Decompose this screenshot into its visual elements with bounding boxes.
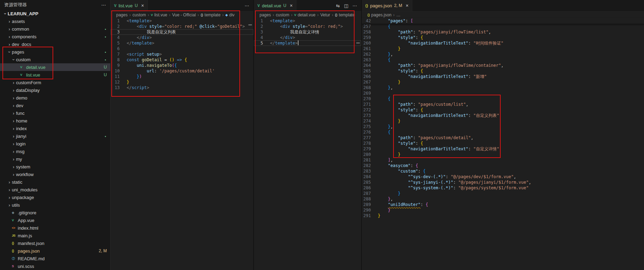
breadcrumb-item-div[interactable]: ◈div	[225, 13, 234, 17]
code-line-4[interactable]: 4 </div>	[254, 35, 361, 40]
line-number[interactable]: 9	[111, 63, 127, 68]
code-line-257[interactable]: 257 {	[362, 24, 644, 29]
explorer-folder-dev_docs[interactable]: ›dev_docs	[0, 40, 110, 48]
line-number[interactable]: 275	[362, 124, 378, 129]
explorer-folder-jianyi[interactable]: ›jianyi●	[0, 132, 110, 140]
code-line-267[interactable]: 267 }	[362, 79, 644, 85]
code-line-1[interactable]: 1<template>	[111, 18, 253, 24]
explorer-file-manifest.json[interactable]: {}manifest.json	[0, 239, 110, 247]
explorer-folder-unpackage[interactable]: ›unpackage	[0, 193, 110, 201]
code-line-2[interactable]: 2 <div style="color: red;">	[254, 24, 361, 29]
line-number[interactable]: 268	[362, 85, 378, 90]
explorer-folder-assets[interactable]: ›assets	[0, 17, 110, 25]
line-number[interactable]: 284	[362, 174, 378, 180]
breadcrumb-item-template[interactable]: {}template	[335, 13, 355, 17]
line-number[interactable]: 6	[111, 46, 127, 51]
open-changes-icon[interactable]: ⇆	[336, 3, 340, 8]
explorer-folder-msg[interactable]: ›msg	[0, 148, 110, 155]
tab-pages-json[interactable]: {} pages.json 2, M ×	[362, 0, 412, 11]
code-line-3[interactable]: 3 我是自定义列表	[111, 29, 253, 35]
line-number[interactable]: 3	[254, 29, 270, 35]
explorer-folder-pages[interactable]: ›pages●	[0, 48, 110, 56]
code-line-282[interactable]: 282 "easycom": {	[362, 163, 644, 168]
code-line-277[interactable]: 277 "path": "pages/custom/detail",	[362, 135, 644, 141]
breadcrumb-item-detail.vue[interactable]: Vdetail.vue	[294, 13, 315, 17]
line-number[interactable]: 263	[362, 57, 378, 63]
explorer-file-index.html[interactable]: <>index.html	[0, 224, 110, 232]
line-number[interactable]: 265	[362, 68, 378, 74]
code-editor-pages-json[interactable]: 42 "pages": [257 {258 "path": "pages/jia…	[362, 18, 644, 219]
explorer-folder-uni_modules[interactable]: ›uni_modules	[0, 186, 110, 193]
breadcrumb-item-list.vue[interactable]: Vlist.vue	[151, 13, 167, 17]
code-line-259[interactable]: 259 "style": {	[362, 35, 644, 40]
code-line-7[interactable]: 7<script setup>	[111, 51, 253, 57]
line-number[interactable]: 259	[362, 35, 378, 40]
breadcrumb-item-Vue-Official[interactable]: Vue - Official	[172, 13, 196, 17]
explorer-folder-workflow[interactable]: ›workflow	[0, 170, 110, 178]
code-line-271[interactable]: 271 "path": "pages/custom/list",	[362, 102, 644, 107]
line-number[interactable]: 261	[362, 46, 378, 51]
line-number[interactable]: 266	[362, 74, 378, 79]
code-line-287[interactable]: 287 }	[362, 191, 644, 196]
line-number[interactable]: 260	[362, 40, 378, 46]
explorer-folder-home[interactable]: ›home	[0, 117, 110, 125]
line-number[interactable]: 283	[362, 168, 378, 174]
line-number[interactable]: 7	[111, 51, 127, 57]
code-line-273[interactable]: 273 "navigationBarTitleText": "自定义列表"	[362, 113, 644, 118]
explorer-file-README.md[interactable]: ⓘREADME.md	[0, 255, 110, 262]
line-number[interactable]: 3	[111, 29, 127, 35]
code-line-11[interactable]: 11 })	[111, 74, 253, 79]
line-number[interactable]: 5	[254, 40, 270, 46]
breadcrumb-item-custom[interactable]: custom	[133, 13, 146, 17]
more-actions-icon[interactable]: ⋯	[352, 3, 357, 8]
line-number[interactable]: 279	[362, 146, 378, 152]
line-number[interactable]: 274	[362, 118, 378, 124]
line-number[interactable]: 278	[362, 141, 378, 146]
line-number[interactable]: 269	[362, 90, 378, 96]
code-line-284[interactable]: 284 "^sys-dev-(.*)": "@/pages/dev/$1/for…	[362, 174, 644, 180]
explorer-file-.gitignore[interactable]: ◆.gitignore	[0, 209, 110, 216]
line-number[interactable]: 288	[362, 196, 378, 202]
line-number[interactable]: 291	[362, 213, 378, 219]
code-line-289[interactable]: 289 "uniIdRouter": {	[362, 202, 644, 207]
line-number[interactable]: 4	[254, 35, 270, 40]
explorer-folder-dataDisplay[interactable]: ›dataDisplay	[0, 86, 110, 94]
explorer-folder-func[interactable]: ›func	[0, 109, 110, 117]
split-editor-icon[interactable]: ◫	[344, 3, 348, 8]
line-number[interactable]: 42	[362, 18, 378, 24]
code-line-275[interactable]: 275 },	[362, 124, 644, 129]
code-line-13[interactable]: 13</script>	[111, 85, 253, 90]
code-line-263[interactable]: 263 {	[362, 57, 644, 63]
code-line-1[interactable]: 1<template>	[254, 18, 361, 24]
line-number[interactable]: 262	[362, 51, 378, 57]
close-tab-icon[interactable]: ×	[141, 3, 144, 8]
line-number[interactable]: 11	[111, 74, 127, 79]
line-number[interactable]: 258	[362, 29, 378, 35]
explorer-folder-static[interactable]: ›static	[0, 178, 110, 186]
tab-list-vue[interactable]: V list.vue U ×	[111, 0, 148, 11]
more-actions-icon[interactable]: ⋯	[245, 3, 249, 8]
code-line-258[interactable]: 258 "path": "pages/jianyi/flowTime/list"…	[362, 29, 644, 35]
explorer-file-pages.json[interactable]: {}pages.json2, M	[0, 247, 110, 255]
sticky-scroll-line[interactable]: 42 "pages": [	[362, 18, 644, 24]
code-line-2[interactable]: 2 <div style="color: red;" @click="goDet…	[111, 24, 253, 29]
close-tab-icon[interactable]: ×	[406, 3, 408, 8]
explorer-folder-demo[interactable]: ›demo	[0, 94, 110, 102]
line-number[interactable]: 281	[362, 157, 378, 163]
explorer-folder-custom[interactable]: ›custom●	[0, 56, 110, 63]
code-line-276[interactable]: 276 {	[362, 129, 644, 135]
explorer-file-list.vue[interactable]: Vlist.vueU	[0, 71, 110, 79]
code-line-280[interactable]: 280 }	[362, 152, 644, 157]
line-number[interactable]: 257	[362, 24, 378, 29]
line-number[interactable]: 289	[362, 202, 378, 207]
code-line-3[interactable]: 3 我是自定义详情	[254, 29, 361, 35]
explorer-folder-common[interactable]: ›common●	[0, 25, 110, 33]
code-line-5[interactable]: 5</template>	[111, 40, 253, 46]
code-line-8[interactable]: 8const goDetail = () => {	[111, 57, 253, 63]
code-line-278[interactable]: 278 "style": {	[362, 141, 644, 146]
explorer-file-main.js[interactable]: JSmain.js	[0, 232, 110, 239]
code-line-10[interactable]: 10 url: '/pages/custom/detail'	[111, 68, 253, 74]
explorer-folder-system[interactable]: ›system	[0, 163, 110, 170]
explorer-folder-my[interactable]: ›my	[0, 155, 110, 163]
code-line-269[interactable]: 269	[362, 90, 644, 96]
